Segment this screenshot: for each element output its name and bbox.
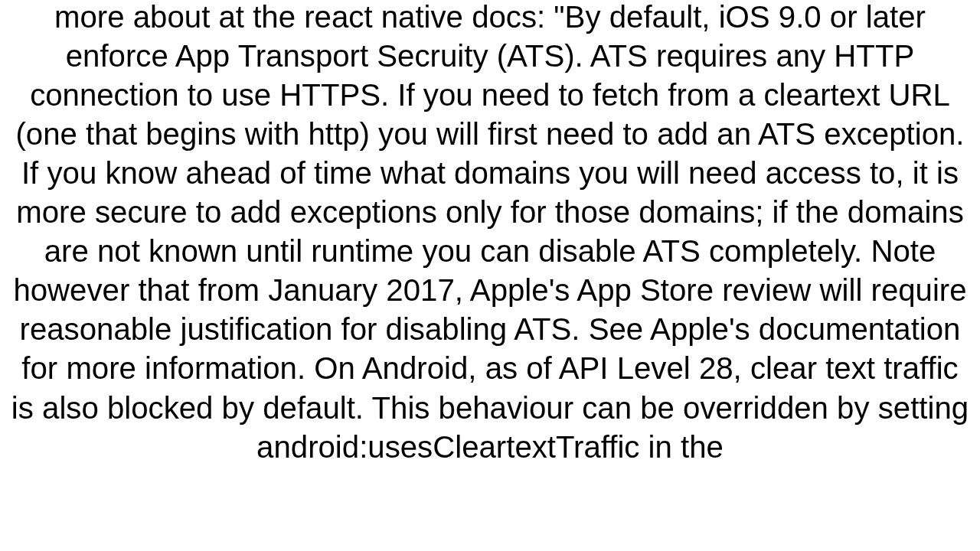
body-paragraph: and android. Although HTTP only requests… bbox=[0, 0, 980, 467]
document-viewport: and android. Although HTTP only requests… bbox=[0, 0, 980, 551]
